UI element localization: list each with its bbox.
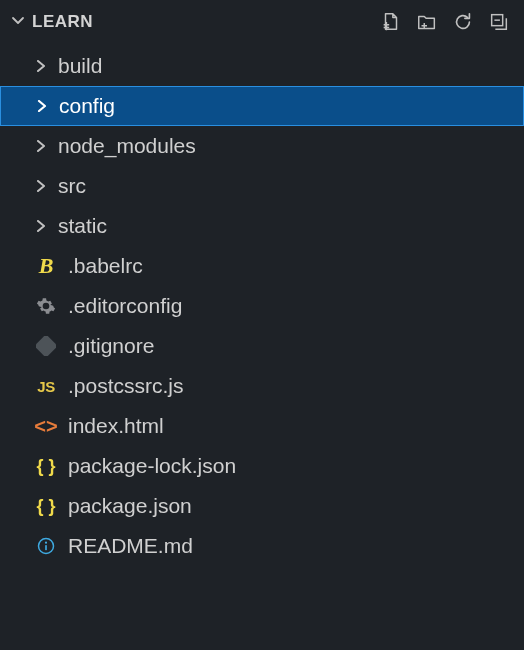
file-label: README.md [68,534,193,558]
file-label: index.html [68,414,164,438]
folder-src[interactable]: src [0,166,524,206]
file-label: .gitignore [68,334,154,358]
chevron-right-icon [34,140,48,152]
chevron-right-icon [34,180,48,192]
new-folder-icon[interactable] [416,11,438,33]
file-package-json[interactable]: { } package.json [0,486,524,526]
json-icon: { } [34,454,58,478]
file-babelrc[interactable]: B .babelrc [0,246,524,286]
header-left[interactable]: LEARN [10,11,93,34]
folder-node-modules[interactable]: node_modules [0,126,524,166]
svg-rect-4 [45,545,47,550]
folder-label: src [58,174,86,198]
refresh-icon[interactable] [452,11,474,33]
chevron-right-icon [34,220,48,232]
file-label: .babelrc [68,254,143,278]
file-editorconfig[interactable]: .editorconfig [0,286,524,326]
json-icon: { } [34,494,58,518]
git-icon [34,334,58,358]
html-icon: <> [34,414,58,438]
folder-label: static [58,214,107,238]
svg-point-3 [45,542,47,544]
gear-icon [34,294,58,318]
project-name: LEARN [32,12,93,32]
file-gitignore[interactable]: .gitignore [0,326,524,366]
babel-icon: B [34,254,58,278]
collapse-all-icon[interactable] [488,11,510,33]
folder-label: build [58,54,102,78]
new-file-icon[interactable] [380,11,402,33]
chevron-down-icon [10,11,26,34]
js-icon: JS [34,374,58,398]
file-readme[interactable]: README.md [0,526,524,566]
file-label: .postcssrc.js [68,374,184,398]
folder-label: node_modules [58,134,196,158]
folder-label: config [59,94,115,118]
header-actions [380,11,510,33]
file-label: package-lock.json [68,454,236,478]
folder-build[interactable]: build [0,46,524,86]
explorer-header: LEARN [0,0,524,44]
file-label: package.json [68,494,192,518]
folder-config[interactable]: config [0,86,524,126]
chevron-right-icon [34,60,48,72]
chevron-right-icon [35,100,49,112]
file-postcssrc[interactable]: JS .postcssrc.js [0,366,524,406]
folder-static[interactable]: static [0,206,524,246]
file-tree: build config node_modules src static B .… [0,44,524,566]
file-package-lock[interactable]: { } package-lock.json [0,446,524,486]
svg-rect-1 [36,336,56,356]
file-index-html[interactable]: <> index.html [0,406,524,446]
info-icon [34,534,58,558]
file-label: .editorconfig [68,294,182,318]
